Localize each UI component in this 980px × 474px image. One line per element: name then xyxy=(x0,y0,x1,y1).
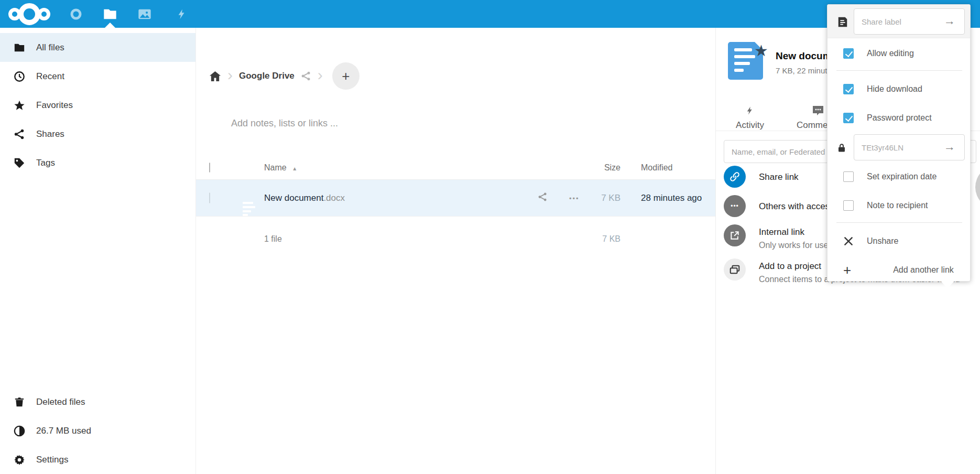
row-checkbox[interactable] xyxy=(209,192,210,203)
hide-download-checkbox[interactable] xyxy=(843,84,854,94)
submit-arrow-icon[interactable]: → xyxy=(944,14,955,28)
submit-arrow-icon[interactable]: → xyxy=(944,140,955,154)
active-app-indicator xyxy=(105,23,115,28)
sidebar-item-label: All files xyxy=(36,42,64,53)
breadcrumb-folder[interactable]: Google Drive xyxy=(239,71,295,81)
unshare-item[interactable]: Unshare xyxy=(843,236,898,246)
sidebar-item-label: Settings xyxy=(36,455,68,465)
link-icon xyxy=(724,166,746,188)
breadcrumb: › Google Drive › + xyxy=(209,62,360,90)
left-sidebar: All files Recent Favorites Shares xyxy=(0,28,195,474)
hide-download-option[interactable]: Hide download xyxy=(843,84,922,94)
favorite-star-icon[interactable]: ★ xyxy=(754,43,768,59)
files-app-icon[interactable] xyxy=(103,7,117,21)
photos-app-icon[interactable] xyxy=(137,7,152,21)
password-protect-option[interactable]: Password protect xyxy=(843,113,932,123)
folder-icon xyxy=(14,42,25,53)
gear-icon xyxy=(14,454,25,466)
set-expiration-checkbox[interactable] xyxy=(843,171,854,182)
sidebar-item-label: Recent xyxy=(36,71,64,82)
table-summary-row: 1 file 7 KB xyxy=(196,217,716,262)
table-row[interactable]: New document.docx ••• 7 KB 28 minutes ag… xyxy=(196,180,716,217)
ellipsis-icon: ••• xyxy=(724,195,746,217)
activity-lightning-icon xyxy=(745,101,755,117)
home-icon[interactable] xyxy=(209,70,221,82)
sidebar-item-favorites[interactable]: Favorites xyxy=(0,91,195,120)
sidebar-item-label: Shares xyxy=(36,129,64,139)
sidebar-item-shares[interactable]: Shares xyxy=(0,120,195,148)
share-label-icon xyxy=(837,16,848,28)
external-link-icon xyxy=(724,224,746,246)
quota-pie-icon xyxy=(14,425,25,437)
comments-bubble-icon xyxy=(812,101,824,117)
sidebar-item-quota[interactable]: 26.7 MB used xyxy=(0,416,195,445)
breadcrumb-chevron: › xyxy=(227,66,233,84)
share-label-section: → xyxy=(827,5,970,38)
file-modified: 28 minutes ago xyxy=(641,193,702,203)
share-icon xyxy=(14,128,25,140)
column-header-size[interactable]: Size xyxy=(604,163,620,173)
share-link-popover: → Allow editing Hide download Password p… xyxy=(827,4,971,282)
row-actions-menu-icon[interactable]: ••• xyxy=(569,194,580,202)
sidebar-item-recent[interactable]: Recent xyxy=(0,62,195,91)
activity-app-icon[interactable] xyxy=(175,7,189,21)
trash-icon xyxy=(14,396,25,408)
nextcloud-logo[interactable] xyxy=(8,3,50,25)
column-header-name[interactable]: Name ▴ xyxy=(264,163,296,173)
sidebar-item-label: Deleted files xyxy=(36,397,85,407)
note-to-recipient-option[interactable]: Note to recipient xyxy=(843,200,928,211)
notes-placeholder[interactable]: Add notes, lists or links ... xyxy=(231,118,338,129)
new-file-button[interactable]: + xyxy=(332,62,360,90)
file-name[interactable]: New document.docx xyxy=(264,193,345,203)
clock-icon xyxy=(14,71,25,82)
column-header-modified[interactable]: Modified xyxy=(641,163,672,173)
file-table: Name ▴ Size Modified New document.docx •… xyxy=(196,156,716,262)
sidebar-nav: All files Recent Favorites Shares xyxy=(0,33,195,177)
star-icon xyxy=(14,100,25,111)
password-protect-checkbox[interactable] xyxy=(843,113,854,123)
summary-total-size: 7 KB xyxy=(602,234,620,244)
plus-icon: + xyxy=(342,68,350,84)
file-size: 7 KB xyxy=(601,193,620,203)
table-header-row: Name ▴ Size Modified xyxy=(196,156,716,180)
row-share-icon[interactable] xyxy=(538,192,548,204)
nextcloud-app: All files Recent Favorites Shares xyxy=(0,0,980,474)
add-another-link-item[interactable]: + Add another link xyxy=(843,265,954,275)
quota-label: 26.7 MB used xyxy=(36,426,91,436)
document-preview-icon: ★ xyxy=(728,42,763,80)
tag-icon xyxy=(14,157,25,169)
share-link-menu-button[interactable] xyxy=(975,165,980,209)
tab-activity[interactable]: Activity xyxy=(716,101,784,131)
sidebar-item-label: Favorites xyxy=(36,100,73,111)
sidebar-item-deleted-files[interactable]: Deleted files xyxy=(0,387,195,416)
popover-divider xyxy=(836,70,962,71)
sidebar-item-all-files[interactable]: All files xyxy=(0,33,195,62)
breadcrumb-share-icon[interactable] xyxy=(301,71,311,81)
allow-editing-checkbox[interactable] xyxy=(843,48,854,59)
set-expiration-option[interactable]: Set expiration date xyxy=(843,171,937,182)
select-all-checkbox[interactable] xyxy=(209,163,210,173)
note-to-recipient-checkbox[interactable] xyxy=(843,200,854,211)
allow-editing-option[interactable]: Allow editing xyxy=(843,48,914,59)
popover-tail xyxy=(941,281,954,288)
breadcrumb-chevron: › xyxy=(318,66,323,84)
sidebar-item-label: Tags xyxy=(36,158,55,168)
popover-divider xyxy=(836,222,962,223)
unshare-x-icon xyxy=(843,236,854,246)
circles-app-icon[interactable] xyxy=(69,7,83,21)
sidebar-footer: Deleted files 26.7 MB used Settings xyxy=(0,387,195,474)
sidebar-item-settings[interactable]: Settings xyxy=(0,445,195,474)
add-icon: + xyxy=(843,265,851,275)
sidebar-item-tags[interactable]: Tags xyxy=(0,148,195,177)
projects-icon xyxy=(724,258,746,281)
summary-file-count: 1 file xyxy=(264,234,282,244)
lock-icon xyxy=(837,142,846,154)
sort-ascending-icon: ▴ xyxy=(293,165,296,172)
files-main-area: › Google Drive › + Add notes, lists or l… xyxy=(195,28,715,474)
logo-circle-center xyxy=(18,3,40,25)
